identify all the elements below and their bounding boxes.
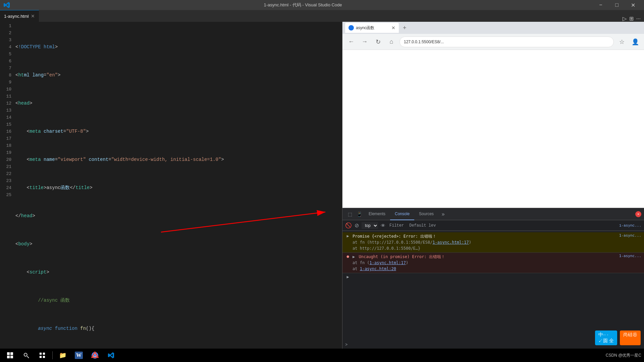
taskbar-right: CSDN @优秀一星C <box>606 353 641 358</box>
bookmark-button[interactable]: ☆ <box>616 37 627 47</box>
line-num-3: 3 <box>0 37 11 44</box>
line-num-25: 25 <box>0 191 11 198</box>
taskbar-separator <box>52 351 53 359</box>
tab-close-icon[interactable]: ✕ <box>31 13 35 19</box>
devtools-toolbar: 🚫 ⊘ top 👁 Filter Default lev 1-async... <box>342 220 644 231</box>
line-num-17: 17 <box>0 135 11 142</box>
clear-console-button[interactable]: 🚫 <box>345 222 352 229</box>
taskbar-chrome-button[interactable] <box>88 349 102 362</box>
maximize-button[interactable]: □ <box>609 0 625 10</box>
svg-point-6 <box>24 353 27 356</box>
svg-rect-4 <box>7 356 10 358</box>
svg-rect-5 <box>10 356 13 358</box>
more-actions-button[interactable]: ··· <box>636 16 641 22</box>
browser-favicon <box>348 25 354 31</box>
async-link[interactable]: 1-async... <box>619 224 641 228</box>
svg-rect-10 <box>40 356 42 358</box>
vscode-icon <box>3 2 10 8</box>
code-line-10: //async 函数 <box>14 297 342 304</box>
taskview-button[interactable] <box>35 349 50 362</box>
code-line-8: <body> <box>14 241 342 248</box>
svg-line-7 <box>27 356 29 358</box>
code-line-6: <title>async函数</title> <box>14 184 342 191</box>
back-button[interactable]: ← <box>346 37 357 47</box>
error-count-badge: ✕ <box>635 211 641 217</box>
main-content: 1 2 3 4 5 6 7 8 9 10 11 12 13 14 15 16 1… <box>0 22 644 349</box>
expand-icon-1[interactable]: ▶ <box>345 233 351 239</box>
console-text-promise: Promise {<rejected>: Error: 出错啦！ at fn (… <box>353 233 617 251</box>
taskbar-vscode-button[interactable] <box>104 349 118 362</box>
code-line-7: </head> <box>14 213 342 220</box>
devtools-tab-elements[interactable]: Elements <box>364 208 390 220</box>
search-taskbar-button[interactable] <box>19 349 34 362</box>
code-content[interactable]: <!DOCTYPE html> <html lang="en"> <head> … <box>14 22 342 349</box>
line-num-10: 10 <box>0 86 11 93</box>
close-button[interactable]: ✕ <box>625 0 641 10</box>
line-num-19: 19 <box>0 149 11 156</box>
minimize-button[interactable]: − <box>593 0 608 10</box>
taskbar-word-button[interactable]: W <box>71 349 86 362</box>
profile-button[interactable]: 👤 <box>630 37 641 47</box>
devtools-tab-sources[interactable]: Sources <box>414 208 438 220</box>
code-line-2: <html lang="en"> <box>14 72 342 79</box>
browser-tab-title: async函数 <box>356 25 389 31</box>
line-num-20: 20 <box>0 156 11 163</box>
line-num-7: 7 <box>0 65 11 72</box>
console-link-2[interactable]: 1-async... <box>619 254 641 258</box>
line-num-22: 22 <box>0 170 11 177</box>
line-num-13: 13 <box>0 107 11 114</box>
console-entry-promise: ▶ Promise {<rejected>: Error: 出错啦！ at fn… <box>342 232 644 253</box>
code-line-4: <meta charset="UTF-8"> <box>14 128 342 135</box>
refresh-button[interactable]: ↻ <box>373 37 383 47</box>
devtools-more-tabs-button[interactable]: » <box>438 209 448 219</box>
line-num-24: 24 <box>0 184 11 191</box>
line-num-1: 1 <box>0 22 11 29</box>
watermark-text-1: 中·· ·↙圆 全 <box>598 332 614 343</box>
editor-tab-active[interactable]: 1-async.html ✕ <box>0 10 39 22</box>
devtools-device-button[interactable]: 📱 <box>355 209 364 219</box>
browser-address-bar: ← → ↻ ⌂ 127.0.0.1:5500/ES8/... ☆ 👤 <box>342 34 644 50</box>
svg-rect-9 <box>43 353 45 355</box>
context-select[interactable]: top <box>362 222 378 229</box>
split-editor-button[interactable]: ⊞ <box>629 15 634 22</box>
title-bar-text: 1-async.html - 代码 - Visual Studio Code <box>13 2 593 8</box>
prompt-arrow-icon: > <box>345 343 347 347</box>
preserve-log-button[interactable]: ⊘ <box>355 222 359 229</box>
error-icon: ● <box>345 254 351 259</box>
start-button[interactable] <box>3 349 17 362</box>
browser-tab-active[interactable]: async函数 ✕ <box>345 23 399 33</box>
taskbar: 📁 W CSDN @优秀一星C <box>0 349 644 362</box>
home-button[interactable]: ⌂ <box>386 37 397 47</box>
devtools-tab-elements-label: Elements <box>369 212 385 216</box>
watermark-badge-1: 中·· ·↙圆 全 <box>595 330 617 345</box>
browser-panel: async函数 ✕ + ← → ↻ ⌂ 127.0.0.1:5500/ES8/.… <box>342 22 644 349</box>
forward-button[interactable]: → <box>359 37 370 47</box>
taskbar-explorer-button[interactable]: 📁 <box>55 349 70 362</box>
devtools-tab-console[interactable]: Console <box>390 208 414 220</box>
devtools-inspect-button[interactable]: ⬚ <box>345 209 355 219</box>
title-bar-controls: − □ ✕ <box>593 0 641 10</box>
eye-button[interactable]: 👁 <box>381 223 385 228</box>
code-area: 1 2 3 4 5 6 7 8 9 10 11 12 13 14 15 16 1… <box>0 22 342 349</box>
new-tab-button[interactable]: + <box>400 24 409 32</box>
title-bar: 1-async.html - 代码 - Visual Studio Code −… <box>0 0 644 10</box>
browser-content <box>342 50 644 208</box>
svg-rect-11 <box>43 356 45 358</box>
browser-tab-bar: async函数 ✕ + <box>342 22 644 34</box>
devtools-panel: ⬚ 📱 Elements Console Sources » ✕ 🚫 <box>342 208 644 349</box>
url-display: 127.0.0.1:5500/ES8/... <box>404 40 444 44</box>
line-num-5: 5 <box>0 51 11 58</box>
console-entry-uncaught: ● ▶ Uncaught (in promise) Error: 出错啦！ at… <box>342 253 644 273</box>
default-level-label: Default lev <box>409 223 436 228</box>
line-num-2: 2 <box>0 29 11 37</box>
console-link-1[interactable]: 1-async... <box>619 233 641 238</box>
browser-tab-close-icon[interactable]: ✕ <box>391 25 395 31</box>
line-num-12: 12 <box>0 100 11 107</box>
taskbar-user-label: CSDN @优秀一星C <box>606 353 641 358</box>
editor-tab-bar: 1-async.html ✕ ▷ ⊞ ··· <box>0 10 644 22</box>
run-button[interactable]: ▷ <box>623 15 627 22</box>
console-entry-prompt: ▶ <box>342 273 644 281</box>
console-output: ▶ Promise {<rejected>: Error: 出错啦！ at fn… <box>342 231 644 341</box>
tab-bar-actions: ▷ ⊞ ··· <box>623 15 644 22</box>
address-bar[interactable]: 127.0.0.1:5500/ES8/... <box>399 37 614 47</box>
